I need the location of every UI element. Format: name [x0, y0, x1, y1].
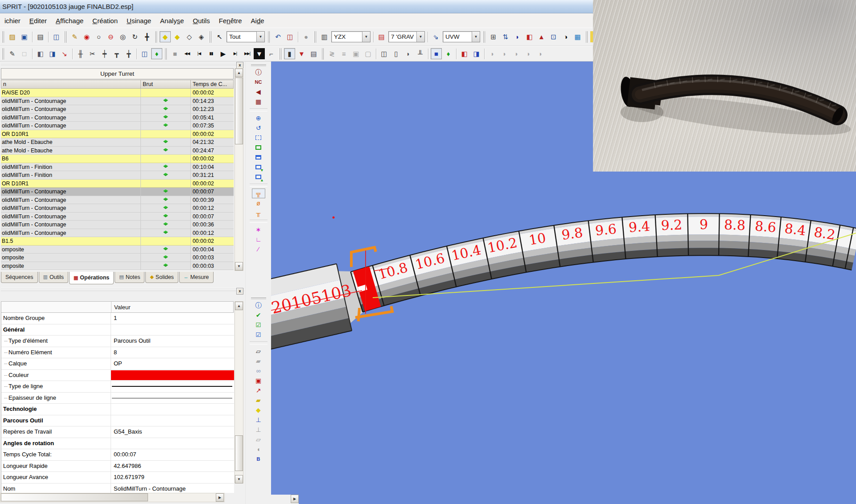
- zoom-in-icon[interactable]: ○: [93, 31, 104, 42]
- plane-gray-icon[interactable]: ▱: [252, 434, 265, 444]
- collision-gray-4-icon[interactable]: ◗: [523, 48, 534, 59]
- toolbar-grip[interactable]: [251, 297, 266, 299]
- chevron-down-icon[interactable]: ▼: [362, 32, 370, 42]
- selection-filter-dropdown[interactable]: Tout▼: [226, 31, 265, 42]
- operation-row[interactable]: olidMillTurn - Contournage00:12:23: [1, 105, 234, 114]
- eraser-icon[interactable]: ▱: [252, 346, 265, 356]
- scroll-up-icon[interactable]: ▲: [235, 69, 243, 77]
- scroll-right-icon[interactable]: ▶: [216, 493, 224, 502]
- toolbar-grip[interactable]: [155, 31, 157, 43]
- property-row[interactable]: Longueur Rapide42.647986: [1, 461, 234, 472]
- scroll-right-icon[interactable]: ▶: [291, 495, 299, 503]
- baxis-icon[interactable]: B: [252, 454, 265, 464]
- operation-row[interactable]: olidMillTurn - Contournage00:07:35: [1, 122, 234, 130]
- print-icon[interactable]: ▤: [35, 31, 46, 42]
- tab-oprations[interactable]: ▦Opérations: [69, 272, 114, 284]
- operation-row[interactable]: olidMillTurn - Contournage00:00:07: [1, 188, 234, 196]
- machine-runner-icon[interactable]: ≷: [326, 48, 337, 59]
- flat-stock-icon[interactable]: ▰: [252, 395, 265, 405]
- operation-row[interactable]: athe Mold - Ebauche04:21:32: [1, 138, 234, 147]
- operations-list-icon[interactable]: ⊞: [488, 31, 499, 42]
- toolbar-grip[interactable]: [321, 48, 324, 60]
- scrollbar-thumb[interactable]: [1, 493, 148, 501]
- menu-cration[interactable]: Création: [88, 15, 122, 27]
- verify-check-icon[interactable]: ✔: [252, 310, 265, 320]
- color-swatch[interactable]: [111, 370, 234, 381]
- property-scrollbar[interactable]: ▲ ▼: [235, 301, 243, 484]
- spin-stock-icon[interactable]: ↺: [252, 123, 265, 133]
- property-value[interactable]: [111, 370, 234, 381]
- operations-header[interactable]: n Brut Temps de C...: [1, 80, 234, 89]
- tool-edit-icon[interactable]: ✎: [7, 48, 18, 59]
- operation-row[interactable]: olidMillTurn - Contournage00:00:39: [1, 196, 234, 205]
- operation-row[interactable]: RAISE D2000:00:02: [1, 89, 234, 97]
- sim-prev-icon[interactable]: |◀: [193, 48, 205, 59]
- nc-rewind-icon[interactable]: ◀: [252, 87, 265, 97]
- toolbar-grip[interactable]: [2, 48, 4, 60]
- ghost-box-icon[interactable]: □: [19, 48, 30, 59]
- property-row[interactable]: Type de ligne: [1, 381, 234, 393]
- property-row[interactable]: Repères de TravailG54_Baxis: [1, 426, 234, 438]
- property-value[interactable]: [111, 415, 234, 426]
- pliers-tool-icon[interactable]: ╫: [75, 48, 86, 59]
- property-value[interactable]: 00:00:07: [111, 449, 234, 460]
- view-shaded-icon[interactable]: ◆: [160, 31, 171, 42]
- feature-corner-icon[interactable]: ∟: [252, 234, 265, 244]
- sim-jog-icon[interactable]: ⌐: [266, 48, 277, 59]
- axis-mark-icon[interactable]: ↘: [59, 48, 70, 59]
- tap-tool-icon[interactable]: ╈: [123, 48, 134, 59]
- machine-helmet-icon[interactable]: ◗: [403, 48, 414, 59]
- menu-analyse[interactable]: Analyse: [156, 15, 188, 27]
- toolbar-grip[interactable]: [585, 31, 588, 43]
- sim-play-icon[interactable]: ▶: [218, 48, 229, 59]
- stock-solid-icon[interactable]: [252, 143, 265, 152]
- rotate-view-icon[interactable]: ↻: [129, 31, 140, 42]
- view-hidden-line-icon[interactable]: ◈: [196, 31, 207, 42]
- property-row[interactable]: Parcours Outil: [1, 415, 234, 427]
- toolbar-grip[interactable]: [268, 31, 270, 43]
- property-row[interactable]: Epaisseur de ligne: [1, 393, 234, 404]
- tab-outils[interactable]: ▥Outils: [39, 272, 68, 283]
- property-value[interactable]: 102.671979: [111, 472, 234, 483]
- stock-transfer-icon[interactable]: ◧: [35, 48, 46, 59]
- sim-report-icon[interactable]: ▤: [308, 48, 319, 59]
- menu-aide[interactable]: Aide: [247, 15, 269, 27]
- menu-editer[interactable]: Editer: [25, 15, 51, 27]
- zoom-stylus-icon[interactable]: ✎: [69, 31, 80, 42]
- tab-solides[interactable]: ◆Solides: [145, 272, 178, 283]
- operation-row[interactable]: olidMillTurn - Contournage00:05:41: [1, 114, 234, 122]
- drill-add-icon[interactable]: ┿: [99, 48, 110, 59]
- stock-transfer-alt-icon[interactable]: ◨: [47, 48, 58, 59]
- tab-mesure[interactable]: ↔Mesure: [179, 272, 214, 283]
- property-row[interactable]: CalqueOP: [1, 358, 234, 370]
- sim-ffwd-icon[interactable]: ▶▶|: [242, 48, 253, 59]
- toolbar-grip[interactable]: [209, 31, 211, 43]
- snap-center-icon[interactable]: ⊕: [252, 113, 265, 123]
- machine-cup-icon[interactable]: ◫: [379, 48, 390, 59]
- jump-arrow-icon[interactable]: ↗: [252, 385, 265, 395]
- document-copy-icon[interactable]: ◫: [139, 48, 150, 59]
- operation-row[interactable]: athe Mold - Ebauche00:24:47: [1, 147, 234, 155]
- scroll-down-icon[interactable]: ▼: [235, 262, 243, 270]
- close-icon[interactable]: x: [236, 62, 243, 69]
- property-row[interactable]: Couleur: [1, 370, 234, 381]
- operation-row[interactable]: OR D10R100:00:02: [1, 130, 234, 139]
- view-shaded-alt-icon[interactable]: ◆: [172, 31, 183, 42]
- tab-squences[interactable]: Séquences: [1, 272, 38, 283]
- property-row[interactable]: Type d'élémentParcours Outil: [1, 336, 234, 347]
- operation-row[interactable]: olidMillTurn - Contournage00:00:12: [1, 229, 234, 238]
- operation-row[interactable]: olidMillTurn - Contournage00:14:23: [1, 97, 234, 106]
- property-value[interactable]: 8: [111, 347, 234, 358]
- tool-table-icon[interactable]: ╥: [252, 208, 265, 218]
- menu-usinage[interactable]: Usinage: [122, 15, 156, 27]
- toolbar-grip[interactable]: [64, 31, 66, 43]
- stock-folder-icon[interactable]: [252, 152, 265, 162]
- property-value[interactable]: [111, 393, 234, 404]
- collision-gray-3-icon[interactable]: ◗: [511, 48, 522, 59]
- operation-row[interactable]: olidMillTurn - Contournage00:00:12: [1, 204, 234, 213]
- scroll-down-icon[interactable]: ▼: [235, 475, 243, 484]
- undo-icon[interactable]: ↶: [272, 31, 284, 42]
- property-row[interactable]: Temps Cycle Total:00:00:07: [1, 449, 234, 461]
- chain-gray-icon[interactable]: ∞: [252, 366, 265, 376]
- sim-step-icon[interactable]: ▼: [254, 48, 265, 59]
